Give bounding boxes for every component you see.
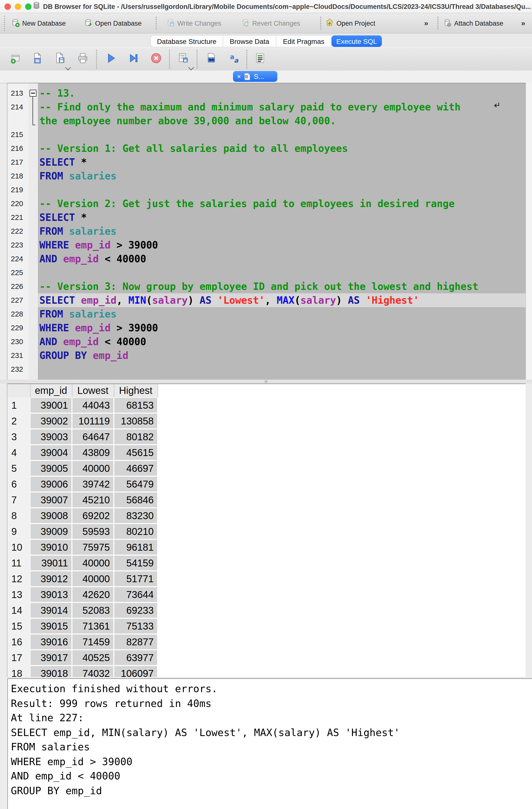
result-cell[interactable]: 75133	[114, 619, 157, 634]
result-cell[interactable]: 42620	[72, 587, 113, 602]
result-cell[interactable]: 74032	[72, 666, 113, 677]
result-cell[interactable]: 83230	[114, 508, 157, 523]
result-cell[interactable]: 39003	[31, 429, 71, 444]
execute-current-line-icon[interactable]	[127, 52, 140, 65]
result-cell[interactable]: 56846	[114, 493, 157, 507]
open-sql-file-icon[interactable]	[31, 52, 44, 65]
result-row-number[interactable]: 18	[7, 666, 30, 677]
result-cell[interactable]: 46697	[114, 461, 157, 476]
editor-row[interactable]: 220-- Version 2: Get just the salaries p…	[7, 197, 526, 210]
result-row-number[interactable]: 11	[7, 555, 30, 571]
result-cell[interactable]: 39018	[31, 666, 71, 677]
result-cell[interactable]: 69202	[72, 508, 113, 523]
editor-row[interactable]: 226-- Version 3: Now group by employee I…	[7, 279, 526, 293]
editor-row[interactable]: 219	[7, 183, 526, 197]
result-row-number[interactable]: 6	[7, 476, 30, 493]
editor-row[interactable]: 222FROM salaries	[7, 224, 526, 238]
print-icon[interactable]	[76, 52, 89, 65]
result-cell[interactable]: 39001	[31, 398, 71, 413]
result-cell[interactable]: 51771	[114, 571, 157, 586]
result-cell[interactable]: 106097	[114, 666, 157, 677]
result-row-number[interactable]: 17	[7, 650, 30, 666]
result-row-number[interactable]: 10	[7, 539, 30, 556]
tab-execute-sql[interactable]: Execute SQL	[332, 35, 382, 47]
export-results-icon[interactable]	[177, 52, 190, 65]
result-cell[interactable]: 73644	[114, 587, 157, 602]
result-cell[interactable]: 39005	[31, 461, 71, 476]
result-row-number[interactable]: 13	[7, 587, 30, 603]
editor-row[interactable]: 225	[7, 266, 526, 279]
result-cell[interactable]: 130858	[114, 414, 157, 428]
new-sql-tab-icon[interactable]	[10, 52, 22, 65]
editor-row[interactable]: 221SELECT *	[7, 210, 526, 224]
editor-row[interactable]: 214-- Find only the maximum and minimum …	[7, 100, 526, 114]
result-cell[interactable]: 44043	[72, 398, 113, 413]
write-changes-button[interactable]: Write Changes	[166, 13, 221, 33]
result-cell[interactable]: 39007	[31, 493, 71, 507]
result-cell[interactable]: 40525	[72, 650, 113, 665]
tab-browse-data[interactable]: Browse Data	[223, 35, 276, 47]
new-database-button[interactable]: New Database	[11, 13, 66, 33]
result-cell[interactable]: 45615	[114, 445, 157, 460]
result-cell[interactable]: 39742	[72, 477, 113, 492]
result-row-number[interactable]: 1	[7, 397, 30, 414]
result-cell[interactable]: 68153	[114, 398, 157, 413]
result-cell[interactable]: 71459	[72, 635, 113, 649]
result-row-number[interactable]: 15	[7, 618, 30, 635]
result-cell[interactable]: 80210	[114, 524, 157, 539]
result-row-number[interactable]: 14	[7, 602, 30, 619]
attach-database-button[interactable]: Attach Database	[443, 13, 503, 33]
results-column-header[interactable]: emp_id	[30, 384, 72, 397]
result-row-number[interactable]: 2	[7, 413, 30, 429]
result-cell[interactable]: 96181	[114, 540, 157, 555]
close-window-button[interactable]	[4, 3, 11, 10]
results-grid[interactable]: emp_id Lowest Highest 139001440436815323…	[7, 383, 526, 677]
results-column-header[interactable]: Highest	[114, 384, 158, 397]
result-cell[interactable]: 43809	[72, 445, 113, 460]
save-sql-menu-chevron-icon[interactable]	[65, 65, 71, 70]
result-cell[interactable]: 39017	[31, 650, 71, 665]
editor-row[interactable]: 216-- Version 1: Get all salaries paid t…	[7, 141, 526, 155]
result-cell[interactable]: 45210	[72, 493, 113, 507]
editor-row[interactable]: the employee number above 39,000 and bel…	[7, 114, 526, 128]
format-sql-icon[interactable]: aa	[229, 52, 241, 65]
results-column-header[interactable]: Lowest	[72, 384, 114, 397]
result-cell[interactable]: 63977	[114, 650, 157, 665]
result-cell[interactable]: 64647	[72, 429, 113, 444]
result-cell[interactable]: 39010	[31, 540, 71, 555]
result-cell[interactable]: 75975	[72, 540, 113, 555]
result-row-number[interactable]: 8	[7, 508, 30, 524]
tab-edit-pragmas[interactable]: Edit Pragmas	[276, 35, 332, 47]
toolbar-overflow-chevron[interactable]: »	[521, 19, 525, 27]
toolbar-drag-handle[interactable]	[4, 16, 5, 31]
result-cell[interactable]: 39011	[31, 556, 71, 570]
close-sql-tab-icon[interactable]: ×	[237, 73, 241, 80]
result-cell[interactable]: 39016	[31, 635, 71, 649]
results-corner-header[interactable]	[7, 384, 31, 397]
execute-sql-icon[interactable]	[104, 52, 117, 65]
editor-row[interactable]: 227SELECT emp_id, MIN(salary) AS 'Lowest…	[7, 293, 526, 307]
result-row-number[interactable]: 7	[7, 492, 30, 508]
result-cell[interactable]: 39009	[31, 524, 71, 539]
result-cell[interactable]: 71361	[72, 619, 113, 634]
result-cell[interactable]: 40000	[72, 571, 113, 586]
editor-row[interactable]: 224AND emp_id < 40000	[7, 252, 526, 266]
result-cell[interactable]: 52083	[72, 603, 113, 618]
revert-changes-button[interactable]: Revert Changes	[241, 13, 300, 33]
editor-row[interactable]: 217SELECT *	[7, 155, 526, 169]
editor-results-splitter[interactable]	[0, 380, 532, 383]
result-cell[interactable]: 40000	[72, 461, 113, 476]
open-project-button[interactable]: Open Project	[325, 13, 375, 33]
result-cell[interactable]: 82877	[114, 635, 157, 649]
editor-row[interactable]: 232	[7, 362, 526, 376]
result-cell[interactable]: 39002	[31, 414, 71, 428]
result-cell[interactable]: 39015	[31, 619, 71, 634]
result-row-number[interactable]: 3	[7, 429, 30, 445]
result-cell[interactable]: 56479	[114, 477, 157, 492]
result-cell[interactable]: 80182	[114, 429, 157, 444]
result-cell[interactable]: 39006	[31, 477, 71, 492]
result-row-number[interactable]: 4	[7, 445, 30, 461]
editor-row[interactable]: 229WHERE emp_id > 39000	[7, 321, 526, 335]
result-cell[interactable]: 54159	[114, 556, 157, 570]
result-cell[interactable]: 40000	[72, 556, 113, 570]
